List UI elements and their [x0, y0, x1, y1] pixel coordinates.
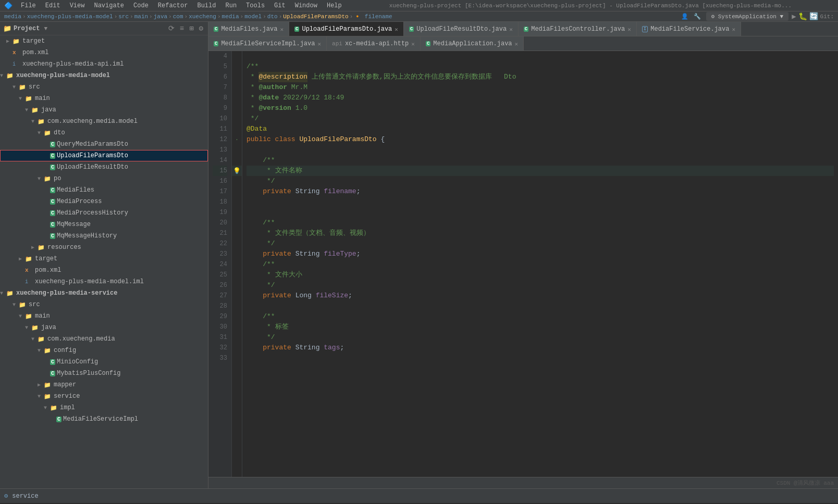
- sync-icon[interactable]: ⟳: [168, 24, 175, 33]
- debug-icon[interactable]: 🐛: [798, 12, 807, 21]
- tab-close-mediaapplication[interactable]: ✕: [515, 41, 519, 47]
- tree-item-mqmessagehistory[interactable]: C MqMessageHistory: [0, 230, 208, 242]
- menu-view[interactable]: View: [66, 1, 89, 10]
- breadcrumb-dto[interactable]: dto: [267, 14, 278, 20]
- gear-icon[interactable]: ⚙: [199, 24, 203, 33]
- tree-item-java2[interactable]: ▼ 📁 java: [0, 322, 208, 333]
- tree-item-upload-dto[interactable]: C UploadFileParamsDto: [0, 150, 208, 161]
- breadcrumb-src[interactable]: src: [118, 14, 129, 20]
- tree-item-main2[interactable]: ▼ 📁 main: [0, 310, 208, 322]
- tree-item-resources[interactable]: ▶ 📁 resources: [0, 242, 208, 253]
- code-content[interactable]: /** * @description 上传普通文件请求参数,因为上次的文件信息要…: [242, 51, 838, 477]
- tree-item-mediaprocess[interactable]: C MediaProcess: [0, 196, 208, 207]
- tree-item-pom1[interactable]: x pom.xml: [0, 47, 208, 58]
- breadcrumb-media2[interactable]: media: [222, 14, 239, 20]
- breadcrumb-com[interactable]: com: [173, 14, 183, 20]
- tree-item-mqmessage[interactable]: C MqMessage: [0, 219, 208, 230]
- tree-item-mediafileserviceimpl[interactable]: C MediaFileServiceImpl: [0, 413, 208, 425]
- tree-item-service[interactable]: ▼ 📁 service: [0, 390, 208, 402]
- tree-item-mybatisconfig[interactable]: C MybatisPlusConfig: [0, 368, 208, 379]
- tree-item-target1[interactable]: ▶ 📁 target: [0, 35, 208, 47]
- service-icon[interactable]: ⚙: [4, 492, 8, 500]
- tree-item-pkg2[interactable]: ▼ 📁 com.xuecheng.media: [0, 333, 208, 345]
- breadcrumb-class[interactable]: UploadFileParamsDto: [283, 14, 348, 20]
- code-line-31: */: [247, 332, 834, 343]
- tree-item-dto[interactable]: ▼ 📁 dto: [0, 127, 208, 138]
- breadcrumb-media[interactable]: media: [4, 14, 21, 20]
- breadcrumb-field[interactable]: 🔸 filename: [354, 13, 392, 20]
- breadcrumb-xuecheng[interactable]: xuecheng: [189, 14, 216, 20]
- tab-uploadfileparamsdto[interactable]: C UploadFileParamsDto.java ✕: [289, 22, 404, 36]
- tree-item-src1[interactable]: ▼ 📁 src: [0, 81, 208, 93]
- menu-refactor[interactable]: Refactor: [154, 1, 192, 10]
- menu-help[interactable]: Help: [323, 1, 346, 10]
- menu-tools[interactable]: Tools: [242, 1, 269, 10]
- tree-item-media-service[interactable]: ▼ 📁 xuecheng-plus-media-service: [0, 287, 208, 299]
- tree-item-mapper[interactable]: ▶ 📁 mapper: [0, 379, 208, 390]
- refresh-icon[interactable]: 🔄: [809, 12, 818, 21]
- xml-icon-pom2: x: [25, 267, 33, 273]
- tree-item-result-dto[interactable]: C UploadFileResultDto: [0, 161, 208, 173]
- sidebar: 📁 Project ▼ ⟳ ≡ ⊞ ⚙ ▶ 📁 target x pom.xml…: [0, 22, 208, 488]
- menu-build[interactable]: Build: [193, 1, 220, 10]
- tab-close-uploadfileparamsdto[interactable]: ✕: [395, 26, 398, 33]
- tree-item-iml2[interactable]: i xuecheng-plus-media-model.iml: [0, 276, 208, 287]
- breadcrumb-model[interactable]: xuecheng-plus-media-model: [27, 14, 113, 20]
- tree-item-target2[interactable]: ▶ 📁 target: [0, 253, 208, 264]
- tree-label-target1: target: [22, 37, 45, 45]
- menu-run[interactable]: Run: [221, 1, 241, 10]
- tab-close-serviceimpl[interactable]: ✕: [317, 41, 321, 47]
- tree-item-mediafiles[interactable]: C MediaFiles: [0, 184, 208, 196]
- tab-mediaapplication[interactable]: C MediaApplication.java ✕: [421, 36, 524, 51]
- tab-close-uploadfileresultdto[interactable]: ✕: [509, 26, 513, 33]
- git-label: Git:: [820, 14, 834, 20]
- lightbulb-icon[interactable]: 💡: [233, 167, 241, 175]
- tab-close-mediafiles[interactable]: ✕: [280, 26, 284, 33]
- class-icon-result: C: [50, 165, 55, 170]
- expand-icon[interactable]: ⊞: [189, 24, 193, 33]
- menu-navigate[interactable]: Navigate: [90, 1, 128, 10]
- tab-close-xcmediaapi[interactable]: ✕: [411, 41, 415, 47]
- menu-file[interactable]: File: [17, 1, 40, 10]
- run-icon[interactable]: ▶: [792, 12, 796, 21]
- settings-icon[interactable]: 🔧: [694, 13, 701, 20]
- tab-close-mediafileservice[interactable]: ✕: [732, 26, 735, 33]
- system-app-dropdown[interactable]: ⚙ SystemApplication ▼: [706, 12, 789, 21]
- tab-xcmediaapi[interactable]: api xc-media-api.http ✕: [327, 36, 421, 51]
- tree-label-media-model: xuecheng-plus-media-model: [16, 72, 110, 79]
- tree-item-pom2[interactable]: x pom.xml: [0, 264, 208, 276]
- method-separator-icon: ·: [235, 137, 238, 143]
- tab-mediafilescontroller[interactable]: C MediaFilesController.java ✕: [519, 22, 637, 36]
- code-line-10: */: [247, 114, 834, 124]
- vcs-icon[interactable]: 👤: [681, 13, 688, 20]
- tree-item-iml1[interactable]: i xuecheng-plus-media-api.iml: [0, 58, 208, 70]
- tree-item-query-dto[interactable]: C QueryMediaParamsDto: [0, 138, 208, 150]
- menu-window[interactable]: Window: [291, 1, 322, 10]
- breadcrumb-java[interactable]: java: [154, 14, 167, 20]
- tree-item-po[interactable]: ▼ 📁 po: [0, 173, 208, 184]
- tree-item-src2[interactable]: ▼ 📁 src: [0, 299, 208, 310]
- tab-mediafileserviceimpl[interactable]: C MediaFileServiceImpl.java ✕: [208, 36, 327, 51]
- tree-item-pkg1[interactable]: ▼ 📁 com.xuecheng.media.model: [0, 116, 208, 127]
- breadcrumb-main[interactable]: main: [134, 14, 148, 20]
- tree-item-impl[interactable]: ▼ 📁 impl: [0, 402, 208, 413]
- menu-git[interactable]: Git: [270, 1, 290, 10]
- tree-item-main1[interactable]: ▼ 📁 main: [0, 93, 208, 104]
- tree-item-minioconfig[interactable]: C MinioConfig: [0, 356, 208, 368]
- tree-item-config[interactable]: ▼ 📁 config: [0, 345, 208, 356]
- tree-item-mediaprocesshistory[interactable]: C MediaProcessHistory: [0, 207, 208, 219]
- tree-item-media-model[interactable]: ▼ 📁 xuecheng-plus-media-model: [0, 70, 208, 81]
- tab-uploadfileresultdto[interactable]: C UploadFileResultDto.java ✕: [404, 22, 519, 36]
- tab-mediafiles[interactable]: C MediaFiles.java ✕: [208, 22, 289, 36]
- watermark-text: CSDN @清风微凉 aaa: [777, 479, 834, 487]
- class-icon-mqmessage: C: [50, 222, 55, 228]
- menu-code[interactable]: Code: [129, 1, 153, 10]
- tab-mediafileservice[interactable]: I MediaFileService.java ✕: [637, 22, 741, 36]
- dropdown-arrow[interactable]: ▼: [44, 26, 47, 32]
- breadcrumb-model2[interactable]: model: [244, 14, 262, 20]
- code-editor[interactable]: 4 5 6 7 8 9 10 11 12 13 14 15 16 17 18 1…: [208, 51, 838, 477]
- tree-item-java1[interactable]: ▼ 📁 java: [0, 104, 208, 116]
- tab-close-mediafilescontroller[interactable]: ✕: [627, 26, 631, 33]
- menu-edit[interactable]: Edit: [41, 1, 65, 10]
- collapse-icon[interactable]: ≡: [180, 24, 184, 33]
